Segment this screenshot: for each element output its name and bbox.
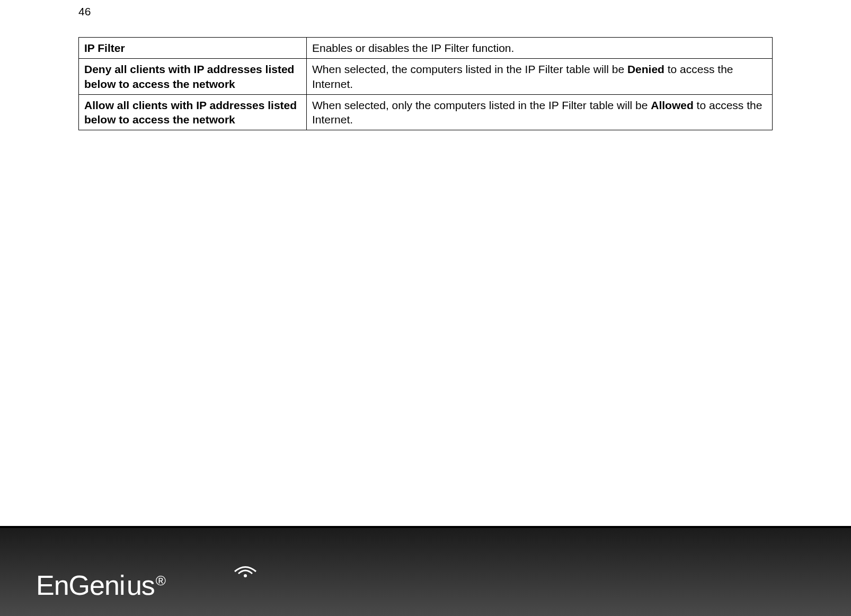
row-label: Allow all clients with IP addresses list… — [79, 94, 307, 130]
engenius-logo: EnGeni us® — [36, 569, 165, 601]
svg-point-0 — [244, 574, 247, 577]
wifi-icon — [232, 560, 259, 576]
table-body: IP Filter Enables or disables the IP Fil… — [79, 38, 773, 130]
row-label: IP Filter — [79, 38, 307, 59]
row-desc: Enables or disables the IP Filter functi… — [307, 38, 773, 59]
content-area: IP Filter Enables or disables the IP Fil… — [78, 37, 773, 130]
ip-filter-table: IP Filter Enables or disables the IP Fil… — [78, 37, 773, 130]
logo-registered: ® — [156, 573, 165, 588]
table-row: Allow all clients with IP addresses list… — [79, 94, 773, 130]
logo-text: EnGeni us® — [36, 569, 165, 601]
logo-part1: EnGen — [36, 570, 119, 601]
footer-divider — [0, 526, 851, 528]
row-desc: When selected, the computers listed in t… — [307, 59, 773, 95]
table-row: IP Filter Enables or disables the IP Fil… — [79, 38, 773, 59]
logo-part2: us — [127, 570, 155, 601]
table-row: Deny all clients with IP addresses liste… — [79, 59, 773, 95]
row-desc: When selected, only the computers listed… — [307, 94, 773, 130]
footer: EnGeni us® — [0, 526, 851, 616]
page-number: 46 — [78, 5, 91, 18]
row-label: Deny all clients with IP addresses liste… — [79, 59, 307, 95]
